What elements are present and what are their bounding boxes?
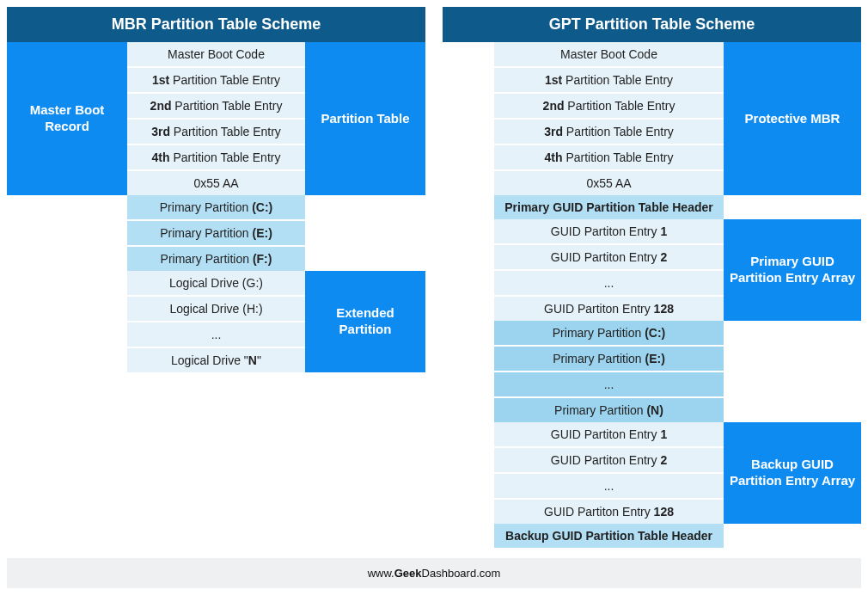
- gpt-row: GUID Partiton Entry 128: [494, 500, 724, 524]
- spacer: [724, 195, 861, 219]
- gpt-right-label-1: Protective MBR: [724, 42, 861, 195]
- gpt-cells-3: Primary Partition (C:) Primary Partition…: [494, 321, 724, 422]
- gpt-row: ...: [494, 271, 724, 297]
- gpt-row: Backup GUID Partition Table Header: [494, 524, 724, 548]
- gpt-cells-h2: Backup GUID Partition Table Header: [494, 524, 724, 548]
- gpt-row: 4th Partition Table Entry: [494, 145, 724, 171]
- gpt-row: 3rd Partition Table Entry: [494, 120, 724, 145]
- spacer: [443, 422, 494, 524]
- gpt-row: GUID Partiton Entry 1: [494, 422, 724, 448]
- mbr-row: 1st Partition Table Entry: [127, 68, 305, 94]
- mbr-row: Logical Drive (H:): [127, 297, 305, 322]
- mbr-row: Primary Partition (C:): [127, 195, 305, 221]
- mbr-row: Primary Partition (F:): [127, 247, 305, 271]
- gpt-column: GPT Partition Table Scheme Master Boot C…: [443, 7, 861, 548]
- gpt-row: Primary GUID Partition Table Header: [494, 195, 724, 219]
- spacer: [724, 524, 861, 548]
- gpt-row: 0x55 AA: [494, 171, 724, 195]
- spacer: [7, 271, 127, 372]
- mbr-band-1: Master Boot Record Master Boot Code 1st …: [7, 42, 425, 195]
- mbr-row: Primary Partition (E:): [127, 221, 305, 247]
- mbr-cells-3: Logical Drive (G:) Logical Drive (H:) ..…: [127, 271, 305, 372]
- spacer: [443, 219, 494, 321]
- gpt-row: GUID Partiton Entry 1: [494, 219, 724, 245]
- mbr-row: 4th Partition Table Entry: [127, 145, 305, 171]
- gpt-row: GUID Partiton Entry 2: [494, 245, 724, 271]
- gpt-band-header2: Backup GUID Partition Table Header: [443, 524, 861, 548]
- mbr-band-2: Primary Partition (C:) Primary Partition…: [7, 195, 425, 271]
- gpt-band-header1: Primary GUID Partition Table Header: [443, 195, 861, 219]
- gpt-cells-4: GUID Partiton Entry 1 GUID Partiton Entr…: [494, 422, 724, 524]
- mbr-right-label-1: Partition Table: [305, 42, 425, 195]
- diagram-container: MBR Partition Table Scheme Master Boot R…: [7, 7, 861, 548]
- footer-credit: www.GeekDashboard.com: [7, 558, 861, 588]
- gpt-row: Primary Partition (C:): [494, 321, 724, 347]
- spacer: [443, 321, 494, 422]
- gpt-band-4: GUID Partiton Entry 1 GUID Partiton Entr…: [443, 422, 861, 524]
- gpt-row: GUID Partiton Entry 128: [494, 297, 724, 321]
- mbr-column: MBR Partition Table Scheme Master Boot R…: [7, 7, 425, 372]
- mbr-row: Logical Drive "N": [127, 348, 305, 372]
- gpt-row: GUID Partiton Entry 2: [494, 448, 724, 474]
- mbr-cells-2: Primary Partition (C:) Primary Partition…: [127, 195, 305, 271]
- gpt-row: ...: [494, 372, 724, 398]
- gpt-band-1: Master Boot Code 1st Partition Table Ent…: [443, 42, 861, 195]
- spacer: [305, 195, 425, 271]
- mbr-left-label: Master Boot Record: [7, 42, 127, 195]
- gpt-row: ...: [494, 474, 724, 500]
- spacer: [443, 42, 494, 195]
- gpt-title: GPT Partition Table Scheme: [443, 7, 861, 42]
- mbr-row: ...: [127, 322, 305, 348]
- gpt-right-label-3: Backup GUID Partition Entry Array: [724, 422, 861, 524]
- spacer: [724, 321, 861, 422]
- gpt-band-3: Primary Partition (C:) Primary Partition…: [443, 321, 861, 422]
- spacer: [443, 195, 494, 219]
- gpt-row: Master Boot Code: [494, 42, 724, 68]
- mbr-row: 3rd Partition Table Entry: [127, 120, 305, 145]
- mbr-title: MBR Partition Table Scheme: [7, 7, 425, 42]
- mbr-band-3: Logical Drive (G:) Logical Drive (H:) ..…: [7, 271, 425, 372]
- gpt-right-label-2: Primary GUID Partition Entry Array: [724, 219, 861, 321]
- mbr-right-label-2: Extended Partition: [305, 271, 425, 372]
- gpt-cells-h1: Primary GUID Partition Table Header: [494, 195, 724, 219]
- spacer: [7, 195, 127, 271]
- gpt-cells-1: Master Boot Code 1st Partition Table Ent…: [494, 42, 724, 195]
- mbr-row: 2nd Partition Table Entry: [127, 94, 305, 120]
- spacer: [443, 524, 494, 548]
- gpt-cells-2: GUID Partiton Entry 1 GUID Partiton Entr…: [494, 219, 724, 321]
- gpt-row: 1st Partition Table Entry: [494, 68, 724, 94]
- gpt-band-2: GUID Partiton Entry 1 GUID Partiton Entr…: [443, 219, 861, 321]
- mbr-cells-1: Master Boot Code 1st Partition Table Ent…: [127, 42, 305, 195]
- mbr-row: Logical Drive (G:): [127, 271, 305, 297]
- gpt-row: Primary Partition (N): [494, 398, 724, 422]
- mbr-row: 0x55 AA: [127, 171, 305, 195]
- gpt-row: 2nd Partition Table Entry: [494, 94, 724, 120]
- gpt-row: Primary Partition (E:): [494, 347, 724, 372]
- mbr-row: Master Boot Code: [127, 42, 305, 68]
